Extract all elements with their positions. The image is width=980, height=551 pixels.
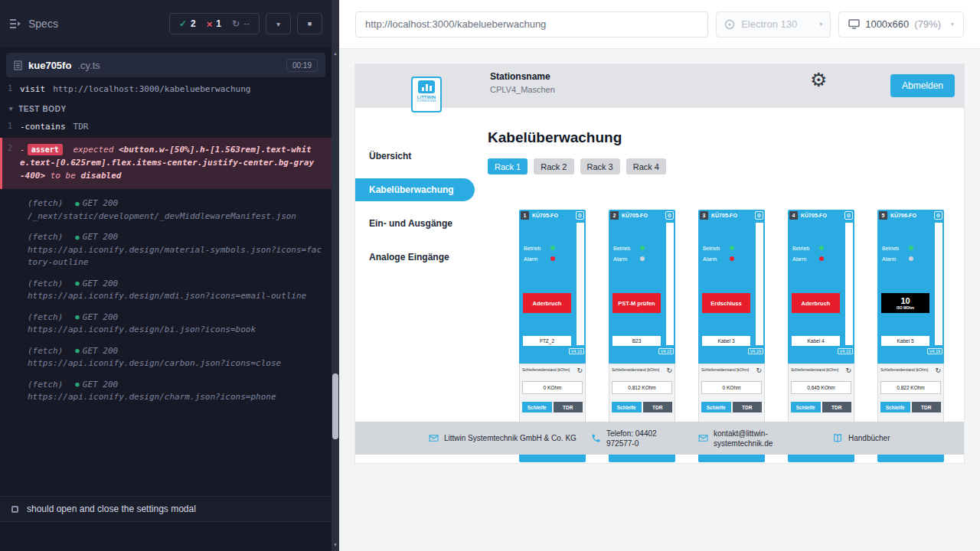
sidebar-item-uebersicht[interactable]: Übersicht (355, 145, 475, 168)
tdr-button[interactable]: TDR (822, 402, 852, 412)
status-button[interactable]: Aderbruch (792, 293, 840, 313)
refresh-icon[interactable]: ↻ (935, 367, 941, 374)
failed-assert-line[interactable]: 2 -assert expected <button.w-[50%].h-[1.… (0, 138, 332, 189)
test-body-section[interactable]: ▾ TEST BODY (0, 98, 332, 119)
device-model: KÜ705-FO (710, 213, 753, 218)
device-gear-icon[interactable]: ⚙ (665, 211, 674, 220)
refresh-icon[interactable]: ↻ (666, 367, 672, 374)
tab-rack-3[interactable]: Rack 3 (580, 158, 620, 174)
tab-rack-1[interactable]: Rack 1 (488, 158, 528, 174)
refresh-icon[interactable]: ↻ (845, 367, 851, 374)
iso-value: 10 (900, 297, 910, 305)
cable-name: FTZ_2 (523, 336, 571, 346)
iso-unit: ISO MOhm (897, 306, 914, 310)
spec-header[interactable]: kue705fo .cy.ts 00:19 (6, 53, 325, 77)
scrollbar-thumb[interactable] (332, 373, 338, 439)
station-label: Stationsname (490, 71, 555, 82)
fetch-url: https://api.iconify.design/charm.json?ic… (28, 391, 322, 404)
tdr-button[interactable]: TDR (912, 402, 942, 412)
schleife-button[interactable]: Schleife (880, 402, 910, 412)
status-button[interactable]: PST-M prüfen (612, 293, 661, 313)
schleife-button[interactable]: Schleife (701, 402, 731, 412)
betrieb-indicator (550, 246, 555, 250)
device-model: KÜ705-FO (531, 213, 573, 218)
fetch-log-entry[interactable]: (fetch)●GET 200 https://api.iconify.desi… (28, 379, 322, 404)
betrieb-indicator (640, 246, 645, 250)
sidebar-item-ein-und-ausgaenge[interactable]: Ein- und Ausgänge (355, 212, 475, 235)
fetch-log-entry[interactable]: (fetch)●GET 200 /_next/static/developmen… (28, 197, 322, 223)
level-strip (935, 223, 942, 345)
device-gear-icon[interactable]: ⚙ (576, 211, 584, 220)
status-dot-icon: ● (75, 233, 79, 243)
electron-icon (724, 19, 735, 30)
cross-icon: × (207, 18, 213, 30)
tdr-button[interactable]: TDR (733, 402, 763, 412)
scroll-up-icon[interactable]: ▲ (332, 48, 339, 58)
firmware-version: V4.19 (569, 348, 584, 354)
footer-manuals[interactable]: Handbücher (832, 433, 890, 443)
iso-value-display: 10 ISO MOhm (881, 293, 929, 313)
schleife-button[interactable]: Schleife (522, 402, 552, 412)
fetch-url: /_next/static/development/_devMiddleware… (28, 210, 322, 223)
scroll-down-icon[interactable]: ▼ (332, 540, 339, 549)
stop-tests-button[interactable]: ■ (297, 13, 322, 34)
viewport-select[interactable]: 1000x660 (79%) ▾ (838, 11, 964, 37)
fetch-log-entry[interactable]: (fetch)●GET 200 https://api.iconify.desi… (28, 345, 322, 370)
specs-menu-button[interactable]: Specs (9, 18, 58, 30)
alarm-label: Alarm (703, 256, 726, 262)
device-model: KÜ705-FO (621, 213, 663, 218)
reporter-scrollbar[interactable]: ▲ ▼ (332, 0, 339, 551)
settings-gear-icon[interactable]: ⚙ (810, 70, 827, 90)
device-number: 5 (879, 211, 887, 220)
viewport-size: 1000x660 (865, 18, 909, 30)
fetch-url: https://api.iconify.design/bi.json?icons… (28, 324, 322, 337)
status-button[interactable]: Aderbruch (523, 293, 571, 313)
collapse-reporter-button[interactable]: ▾ (266, 13, 291, 34)
fetch-url: https://api.iconify.design/carbon.json?i… (28, 357, 322, 370)
device-gear-icon[interactable]: ⚙ (755, 211, 763, 220)
fetch-log-entry[interactable]: (fetch)●GET 200 https://api.iconify.desi… (28, 231, 322, 269)
contains-command-line[interactable]: 1 -containsTDR (0, 119, 332, 135)
logout-button[interactable]: Abmelden (890, 74, 955, 97)
sidebar-item-kabelueberwachung[interactable]: Kabelüberwachung (355, 178, 475, 201)
betrieb-indicator (819, 246, 824, 250)
alarm-label: Alarm (882, 256, 905, 262)
schleife-button[interactable]: Schleife (791, 402, 821, 412)
chevron-down-icon: ▾ (815, 21, 822, 28)
assert-expected-state: disabled (81, 171, 122, 181)
fetch-log-entry[interactable]: (fetch)●GET 200 https://api.iconify.desi… (28, 311, 322, 337)
specs-label: Specs (28, 18, 58, 30)
app-under-test: LITTWIN SYSTEMTECHNIK Stationsname CPLV4… (355, 64, 964, 463)
spec-extension: .cy.ts (77, 60, 100, 71)
level-strip (577, 223, 584, 345)
betrieb-indicator (730, 246, 734, 250)
sidebar-item-analoge-eingaenge[interactable]: Analoge Eingänge (355, 246, 475, 269)
tab-rack-4[interactable]: Rack 4 (626, 158, 666, 174)
refresh-icon[interactable]: ↻ (577, 367, 583, 374)
app-main: Kabelüberwachung Rack 1 Rack 2 Rack 3 Ra… (475, 108, 964, 463)
test-pending-icon (11, 506, 18, 513)
browser-select[interactable]: Electron 130 ▾ (716, 11, 831, 37)
status-dot-icon: ● (75, 312, 79, 323)
refresh-icon[interactable]: ↻ (756, 367, 762, 374)
status-button[interactable]: Erdschluss (702, 293, 750, 313)
status-dot-icon: ● (75, 199, 79, 210)
url-input[interactable] (355, 11, 708, 37)
resistance-label: Schleifenwiderstand [kOhm] (522, 367, 577, 372)
device-gear-icon[interactable]: ⚙ (844, 211, 853, 220)
betrieb-label: Betrieb (524, 246, 547, 251)
device-gear-icon[interactable]: ⚙ (934, 211, 942, 220)
visit-command-line[interactable]: 1 visithttp://localhost:3000/kabelueberw… (0, 81, 332, 98)
tdr-button[interactable]: TDR (554, 402, 583, 412)
fetch-log-entry[interactable]: (fetch)●GET 200 https://api.iconify.desi… (28, 278, 322, 303)
schleife-button[interactable]: Schleife (612, 402, 642, 412)
test-stats[interactable]: ✓2 ×1 ↻-- (169, 13, 260, 34)
tdr-button[interactable]: TDR (643, 402, 673, 412)
next-test-row[interactable]: should open and close the settings modal (0, 496, 332, 522)
tab-rack-2[interactable]: Rack 2 (534, 158, 573, 174)
app-header: LITTWIN SYSTEMTECHNIK Stationsname CPLV4… (355, 64, 964, 108)
refresh-icon: ↻ (232, 18, 240, 29)
resistance-label: Schleifenwiderstand [kOhm] (880, 367, 935, 372)
chevron-down-icon: ▾ (946, 21, 954, 28)
chevron-down-icon: ▾ (276, 20, 280, 28)
